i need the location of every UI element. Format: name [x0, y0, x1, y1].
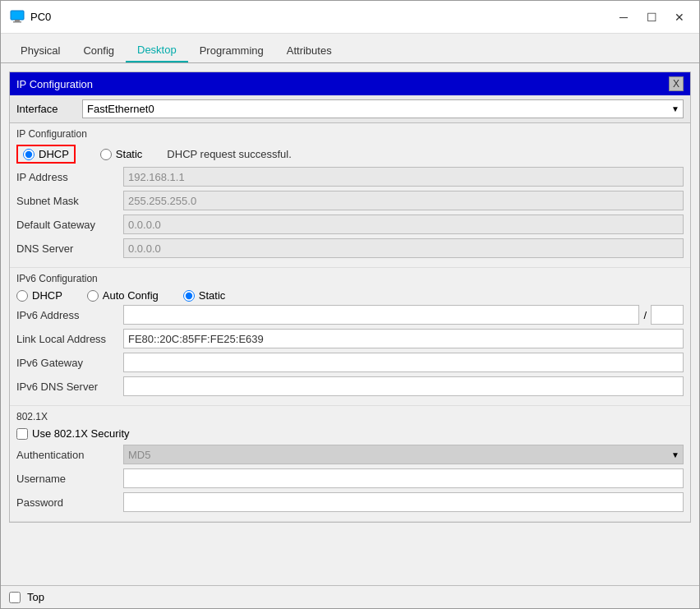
password-input[interactable] — [123, 492, 684, 512]
panel-close-button[interactable]: X — [669, 76, 684, 91]
minimize-button[interactable]: ─ — [612, 8, 635, 26]
ipv6-dhcp-item: DHCP — [16, 289, 62, 302]
tab-physical[interactable]: Physical — [9, 38, 71, 62]
auth-select-wrapper: MD5 ▼ — [123, 445, 684, 464]
bottom-bar: Top — [1, 585, 699, 608]
title-bar: PC0 ─ ☐ ✕ — [1, 1, 699, 34]
tab-config[interactable]: Config — [71, 38, 126, 62]
password-label: Password — [16, 496, 123, 509]
tab-desktop[interactable]: Desktop — [126, 38, 188, 62]
title-bar-left: PC0 — [9, 9, 51, 25]
ipv6-dns-row: IPv6 DNS Server — [16, 376, 684, 396]
ipv6-autoconfig-radio[interactable] — [87, 290, 99, 302]
subnet-mask-label: Subnet Mask — [16, 195, 123, 207]
dns-server-input[interactable] — [123, 238, 684, 258]
ipv6-dns-label: IPv6 DNS Server — [16, 381, 123, 393]
dns-server-label: DNS Server — [16, 242, 123, 255]
default-gateway-label: Default Gateway — [16, 219, 123, 231]
ipv6-config-section: IPv6 Configuration DHCP Auto Config Stat… — [10, 268, 690, 406]
dot1x-checkbox[interactable] — [16, 428, 28, 440]
svg-rect-2 — [13, 21, 21, 23]
username-label: Username — [16, 473, 123, 485]
link-local-label: Link Local Address — [16, 333, 123, 345]
interface-label: Interface — [16, 103, 74, 115]
subnet-mask-input[interactable] — [123, 191, 684, 210]
auth-select[interactable]: MD5 — [123, 445, 684, 464]
interface-row: Interface FastEthernet0 ▼ — [10, 95, 690, 123]
ip-config-section-title: IP Configuration — [16, 128, 684, 140]
subnet-mask-row: Subnet Mask — [16, 191, 684, 210]
ipv6-static-item: Static — [183, 289, 226, 302]
ipv6-mode-radio-row: DHCP Auto Config Static — [16, 289, 684, 302]
ipv6-address-row: IPv6 Address / — [16, 305, 684, 325]
ipv6-prefix-slash: / — [643, 309, 647, 321]
ipv6-autoconfig-item: Auto Config — [87, 289, 159, 302]
ip-config-section: IP Configuration DHCP Static DHCP reques… — [10, 123, 690, 268]
dhcp-radio[interactable] — [23, 149, 35, 160]
ip-config-panel: IP Configuration X Interface FastEtherne… — [9, 72, 691, 523]
title-controls: ─ ☐ ✕ — [612, 8, 691, 26]
link-local-row: Link Local Address — [16, 329, 684, 348]
ipv6-static-radio[interactable] — [183, 290, 195, 302]
ipv6-gateway-row: IPv6 Gateway — [16, 353, 684, 372]
tab-programming[interactable]: Programming — [188, 38, 275, 62]
top-label: Top — [27, 591, 44, 603]
ipv6-address-field-group: / — [123, 305, 684, 325]
close-button[interactable]: ✕ — [668, 8, 691, 26]
static-radio[interactable] — [100, 149, 112, 160]
content-area: IP Configuration X Interface FastEtherne… — [1, 63, 699, 585]
interface-select[interactable]: FastEthernet0 — [82, 99, 684, 118]
svg-rect-0 — [11, 11, 24, 20]
password-row: Password — [16, 492, 684, 512]
ip-mode-radio-row: DHCP Static DHCP request successful. — [16, 145, 684, 164]
default-gateway-input[interactable] — [123, 215, 684, 234]
dns-server-row: DNS Server — [16, 238, 684, 258]
static-label: Static — [116, 148, 143, 160]
panel-title: IP Configuration — [16, 78, 93, 90]
dot1x-section: 802.1X Use 802.1X Security Authenticatio… — [10, 406, 690, 522]
ipv6-dhcp-label: DHCP — [32, 289, 62, 302]
ip-address-row: IP Address — [16, 167, 684, 187]
dhcp-label: DHCP — [39, 148, 69, 160]
dot1x-checkbox-row: Use 802.1X Security — [16, 427, 684, 440]
ipv6-gateway-label: IPv6 Gateway — [16, 357, 123, 369]
auth-label: Authentication — [16, 449, 123, 461]
username-input[interactable] — [123, 468, 684, 488]
ipv6-static-label: Static — [199, 289, 226, 302]
maximize-button[interactable]: ☐ — [640, 8, 663, 26]
ipv6-address-input[interactable] — [123, 305, 639, 325]
static-radio-item: Static — [100, 148, 143, 160]
ipv6-config-section-title: IPv6 Configuration — [16, 273, 684, 284]
username-row: Username — [16, 468, 684, 488]
ip-address-input[interactable] — [123, 167, 684, 187]
dot1x-section-title: 802.1X — [16, 411, 684, 422]
dot1x-checkbox-label: Use 802.1X Security — [32, 427, 130, 440]
computer-icon — [9, 9, 25, 25]
ipv6-autoconfig-label: Auto Config — [103, 289, 159, 302]
dhcp-status: DHCP request successful. — [167, 148, 292, 160]
top-checkbox[interactable] — [9, 592, 21, 603]
default-gateway-row: Default Gateway — [16, 215, 684, 234]
ipv6-dhcp-radio[interactable] — [16, 290, 28, 302]
window-title: PC0 — [30, 11, 51, 23]
interface-select-wrapper: FastEthernet0 ▼ — [82, 99, 684, 118]
main-window: PC0 ─ ☐ ✕ Physical Config Desktop Progra… — [0, 0, 700, 609]
panel-header: IP Configuration X — [10, 72, 690, 95]
tab-bar: Physical Config Desktop Programming Attr… — [1, 34, 699, 63]
ipv6-gateway-input[interactable] — [123, 353, 684, 372]
ipv6-dns-input[interactable] — [123, 376, 684, 396]
tab-attributes[interactable]: Attributes — [275, 38, 343, 62]
svg-rect-1 — [15, 20, 20, 21]
ipv6-address-label: IPv6 Address — [16, 309, 123, 321]
ip-address-label: IP Address — [16, 171, 123, 183]
ipv6-prefix-input[interactable] — [651, 305, 684, 325]
link-local-input[interactable] — [123, 329, 684, 348]
dhcp-radio-container: DHCP — [16, 145, 76, 164]
auth-row: Authentication MD5 ▼ — [16, 445, 684, 464]
